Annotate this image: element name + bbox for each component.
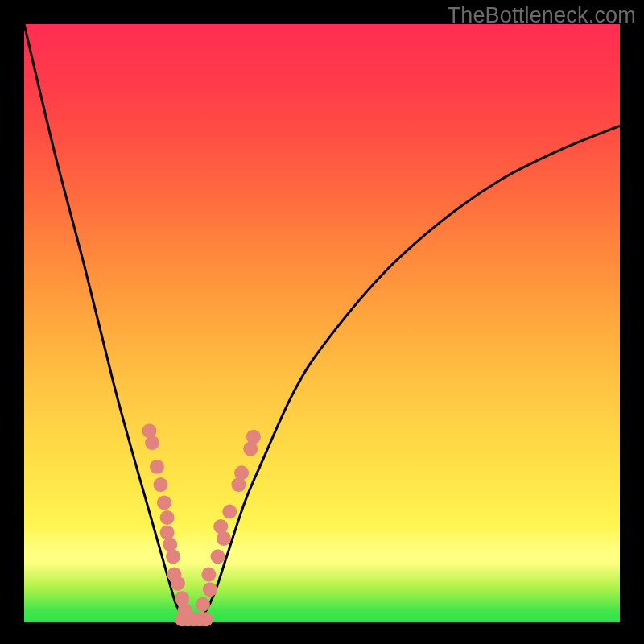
- data-marker: [196, 597, 210, 612]
- marker-group: [142, 423, 261, 626]
- data-marker: [166, 549, 180, 564]
- data-marker: [203, 582, 217, 597]
- chart-frame: TheBottleneck.com: [0, 0, 644, 644]
- data-marker: [160, 510, 175, 525]
- data-marker: [246, 430, 261, 444]
- curve-layer: [24, 24, 620, 622]
- right-branch-path: [197, 126, 620, 622]
- data-marker: [157, 495, 171, 510]
- data-marker: [222, 505, 237, 519]
- data-marker: [213, 519, 228, 534]
- data-marker: [150, 460, 164, 474]
- watermark-text: TheBottleneck.com: [447, 3, 636, 28]
- data-marker: [199, 612, 213, 626]
- data-marker: [211, 549, 225, 564]
- data-marker: [234, 465, 249, 480]
- data-marker: [171, 576, 185, 591]
- data-marker: [153, 477, 167, 492]
- data-marker: [201, 568, 216, 582]
- data-marker: [145, 436, 159, 450]
- plot-area: [24, 24, 620, 622]
